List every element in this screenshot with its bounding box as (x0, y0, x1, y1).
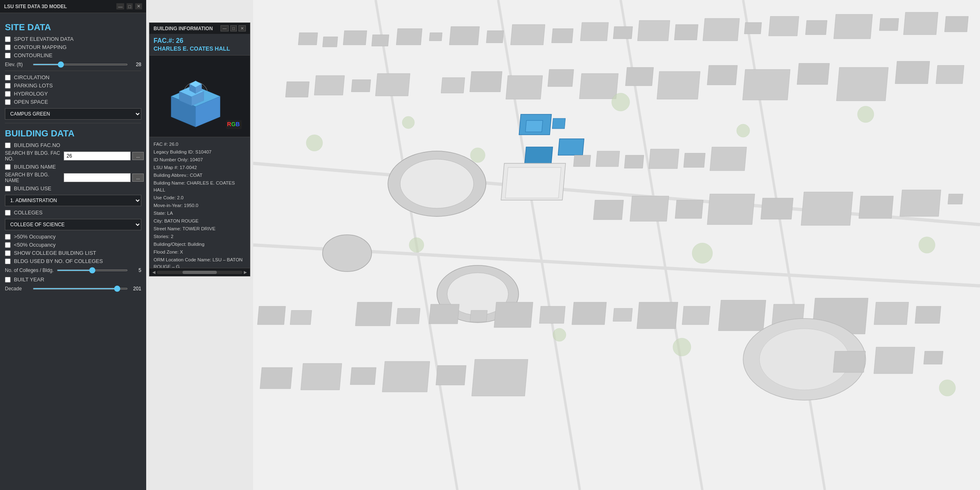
show-college-list-checkbox[interactable] (5, 250, 11, 256)
decade-slider[interactable] (33, 288, 128, 290)
svg-rect-89 (707, 194, 755, 225)
popup-street: Street Name: TOWER DRIVE (154, 225, 246, 232)
maximize-button[interactable]: □ (127, 3, 133, 9)
contour-mapping-checkbox[interactable] (5, 45, 11, 50)
building-name-checkbox[interactable] (5, 164, 11, 170)
svg-point-105 (737, 124, 750, 137)
svg-text:RGB: RGB (227, 121, 240, 127)
elevation-slider-row[interactable]: Elev. (ft) 28 (5, 62, 141, 67)
svg-rect-52 (707, 65, 737, 85)
svg-rect-64 (494, 302, 533, 327)
scroll-thumb[interactable] (183, 271, 217, 274)
svg-rect-66 (572, 302, 606, 325)
building-use-dropdown-row[interactable]: 1. ADMINISTRATION 2. CLASS/LAB 3. RESIDE… (5, 195, 141, 206)
building-fac-no-checkbox[interactable] (5, 143, 11, 148)
colleges-checkbox[interactable] (5, 210, 11, 216)
contourline-label: CONTOURLINE (14, 52, 52, 58)
building-fac-no-row[interactable]: BUILDING FAC.NO (5, 142, 141, 148)
colleges-row[interactable]: COLLEGES (5, 209, 141, 216)
building-data-header: BUILDING DATA (5, 128, 141, 139)
search-name-input[interactable] (64, 173, 131, 182)
hydrology-checkbox[interactable] (5, 91, 11, 97)
popup-minimize-button[interactable]: — (220, 25, 229, 31)
svg-rect-58 (257, 306, 285, 325)
open-space-row[interactable]: OPEN SPACE (5, 99, 141, 105)
college-dropdown-row[interactable]: COLLEGE OF SCIENCE ALL COLLEGES COLLEGE … (5, 219, 141, 230)
built-year-checkbox[interactable] (5, 277, 11, 283)
popup-close-button[interactable]: ✕ (238, 25, 246, 31)
svg-rect-44 (506, 167, 561, 198)
search-name-button[interactable]: ... (132, 174, 144, 182)
popup-fac-number: FAC.#: 26 (149, 34, 250, 45)
built-year-row[interactable]: BUILT YEAR (5, 276, 141, 283)
occupancy-under-checkbox[interactable] (5, 242, 11, 248)
spot-elevation-row[interactable]: SPOT ELEVATION DATA (5, 36, 141, 42)
campus-green-dropdown[interactable]: CAMPUS GREEN ALL NONE (5, 108, 141, 120)
svg-rect-54 (797, 63, 830, 85)
hydrology-row[interactable]: HYDROLOGY (5, 91, 141, 97)
occupancy-over-checkbox[interactable] (5, 234, 11, 240)
svg-rect-33 (944, 16, 968, 32)
svg-point-104 (612, 93, 630, 111)
search-fac-button[interactable]: ... (132, 152, 144, 160)
bldg-used-by-colleges-label: BLDG USED BY NO. OF COLLEGES (14, 258, 103, 264)
scroll-right-arrow[interactable]: ▶ (243, 270, 248, 274)
building-3d-svg: RGB (155, 60, 245, 133)
titlebar-controls[interactable]: — □ ✕ (116, 3, 142, 9)
popup-movein-year: Move-in-Year: 1950.0 (154, 202, 246, 209)
contourline-checkbox[interactable] (5, 53, 11, 58)
open-space-checkbox[interactable] (5, 99, 11, 105)
search-fac-row[interactable]: SEARCH BY BLDG. FAC NO. ... (5, 150, 141, 162)
svg-rect-24 (637, 20, 670, 41)
minimize-button[interactable]: — (116, 3, 124, 9)
colleges-slider-label: No. of Colleges / Bldg. (5, 267, 53, 273)
popup-3d-view[interactable]: RGB (149, 56, 250, 137)
svg-rect-98 (649, 149, 679, 169)
spot-elevation-checkbox[interactable] (5, 36, 11, 42)
decade-slider-row[interactable]: Decade 201 (5, 286, 141, 292)
campus-green-dropdown-row[interactable]: CAMPUS GREEN ALL NONE (5, 108, 141, 120)
scroll-left-arrow[interactable]: ◀ (151, 270, 157, 274)
popup-maximize-button[interactable]: □ (230, 25, 237, 31)
svg-rect-12 (298, 33, 318, 45)
college-dropdown[interactable]: COLLEGE OF SCIENCE ALL COLLEGES COLLEGE … (5, 219, 141, 230)
show-college-list-row[interactable]: SHOW COLLEGE BUILDING LIST (5, 250, 141, 256)
close-button[interactable]: ✕ (135, 3, 142, 9)
building-name-row[interactable]: BUILDING NAME (5, 164, 141, 170)
colleges-slider-row[interactable]: No. of Colleges / Bldg. 5 (5, 267, 141, 273)
circulation-row[interactable]: CIRCULATION (5, 74, 141, 80)
svg-rect-90 (761, 198, 793, 219)
svg-rect-63 (470, 310, 487, 322)
building-use-dropdown[interactable]: 1. ADMINISTRATION 2. CLASS/LAB 3. RESIDE… (5, 195, 141, 206)
building-use-checkbox[interactable] (5, 186, 11, 192)
occupancy-under-row[interactable]: <50% Occupancy (5, 242, 141, 248)
elevation-slider[interactable] (33, 64, 128, 65)
popup-abbrev: Building Abbrev.: COAT (154, 172, 246, 178)
svg-rect-20 (510, 24, 545, 45)
svg-rect-79 (436, 365, 466, 385)
svg-rect-95 (573, 155, 590, 167)
occupancy-under-label: <50% Occupancy (14, 242, 56, 248)
building-use-row[interactable]: BUILDING USE (5, 185, 141, 192)
parking-checkbox[interactable] (5, 83, 11, 89)
bldg-used-by-colleges-checkbox[interactable] (5, 258, 11, 264)
building-use-label: BUILDING USE (14, 185, 51, 192)
scroll-track[interactable] (157, 271, 243, 274)
occupancy-over-row[interactable]: >50% Occupancy (5, 234, 141, 240)
map-area[interactable]: 26. CHARLES E. COATES HALL (253, 0, 980, 490)
search-fac-input[interactable] (64, 151, 131, 160)
parking-row[interactable]: PARKING LOTS (5, 82, 141, 89)
search-name-row[interactable]: SEARCH BY BLDG. NAME ... (5, 172, 141, 183)
popup-state: State: LA (154, 210, 246, 216)
svg-rect-88 (675, 200, 703, 218)
contourline-row[interactable]: CONTOURLINE (5, 52, 141, 58)
contour-mapping-row[interactable]: CONTOUR MAPPING (5, 44, 141, 50)
bldg-used-by-colleges-row[interactable]: BLDG USED BY NO. OF COLLEGES (5, 258, 141, 264)
popup-flood-zone: Flood Zone: X (154, 249, 246, 255)
app-title: LSU SITE DATA 3D MODEL (4, 4, 67, 9)
svg-rect-73 (874, 302, 909, 325)
circulation-checkbox[interactable] (5, 75, 11, 80)
popup-controls[interactable]: — □ ✕ (220, 25, 246, 31)
popup-horizontal-scrollbar[interactable]: ◀ ▶ (149, 268, 250, 276)
colleges-slider[interactable] (57, 270, 128, 271)
